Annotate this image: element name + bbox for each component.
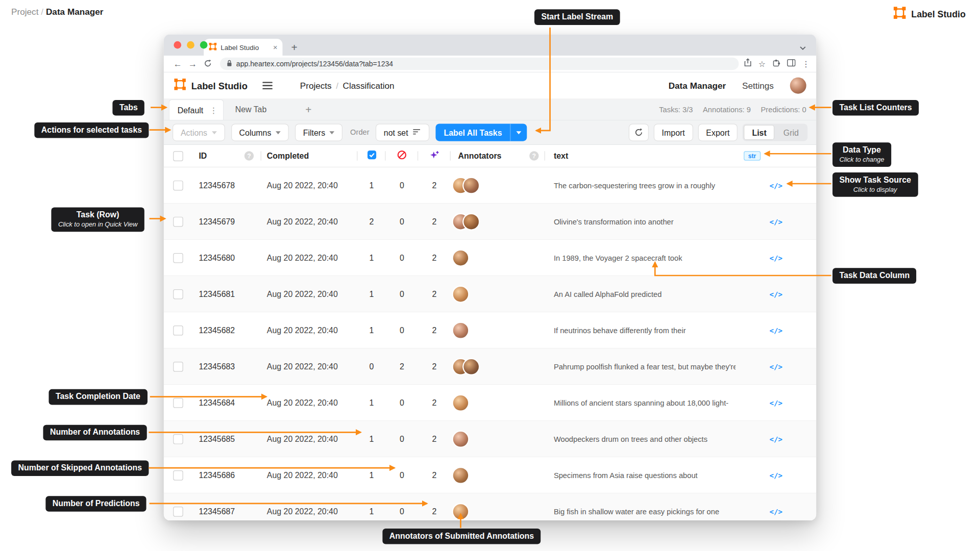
new-browser-tab-button[interactable]: + (291, 42, 298, 53)
annotations-column-icon[interactable] (366, 150, 377, 162)
row-checkbox[interactable] (173, 216, 183, 227)
data-type-badge[interactable]: str (744, 151, 761, 160)
show-source-icon[interactable]: </> (769, 362, 782, 371)
show-source-icon[interactable]: </> (769, 398, 782, 407)
source-cell: </> (736, 167, 816, 203)
annotators-help-icon[interactable]: ? (529, 151, 538, 160)
row-checkbox[interactable] (173, 397, 183, 408)
header-id-label[interactable]: ID (199, 151, 207, 160)
table-row[interactable]: 12345678Aug 20 2022, 20:40102The carbon-… (164, 167, 816, 204)
back-icon[interactable]: ← (170, 59, 185, 68)
tab-options-kebab-icon[interactable]: ⋮ (209, 105, 217, 114)
annotator-avatar[interactable] (453, 504, 468, 519)
refresh-button[interactable] (629, 123, 649, 141)
extensions-puzzle-icon[interactable] (772, 58, 780, 69)
table-row[interactable]: 12345686Aug 20 2022, 20:40102Specimens f… (164, 457, 816, 493)
header-annotators-label[interactable]: Annotators (458, 151, 502, 160)
row-checkbox[interactable] (173, 180, 183, 190)
share-icon[interactable] (744, 58, 752, 69)
annotator-avatar[interactable] (453, 250, 468, 265)
row-checkbox[interactable] (173, 361, 183, 371)
show-source-icon[interactable]: </> (769, 507, 782, 516)
columns-label: Columns (239, 128, 272, 137)
table-row[interactable]: 12345684Aug 20 2022, 20:40102Millions of… (164, 385, 816, 421)
table-header: ID ? Completed (164, 145, 816, 167)
predictions-count: 2 (418, 312, 451, 348)
annotator-avatar[interactable] (453, 395, 468, 410)
show-source-icon[interactable]: </> (769, 326, 782, 335)
callout-task-row: Task (Row)Click to open in Quick View (51, 208, 144, 232)
table-row[interactable]: 12345682Aug 20 2022, 20:40102If neutrino… (164, 312, 816, 348)
order-dropdown[interactable]: not set (376, 123, 429, 141)
show-source-icon[interactable]: </> (769, 435, 782, 443)
task-completed-date: Aug 20 2022, 20:40 (261, 204, 358, 239)
brand-name: Label Studio (911, 9, 966, 19)
select-all-checkbox[interactable] (173, 151, 183, 161)
filters-dropdown[interactable]: Filters (295, 123, 343, 141)
show-source-icon[interactable]: </> (769, 290, 782, 298)
annotations-count: 1 (357, 493, 385, 520)
table-row[interactable]: 12345685Aug 20 2022, 20:40102Woodpeckers… (164, 421, 816, 457)
row-checkbox[interactable] (173, 470, 183, 480)
view-list-button[interactable]: List (744, 125, 775, 140)
columns-dropdown[interactable]: Columns (231, 123, 289, 141)
bookmark-star-icon[interactable]: ☆ (758, 59, 766, 68)
label-all-tasks-chevron[interactable] (511, 123, 527, 141)
annotator-avatar[interactable] (464, 214, 479, 229)
show-source-icon[interactable]: </> (769, 471, 782, 480)
side-panel-icon[interactable] (787, 58, 796, 69)
tab-default[interactable]: Default ⋮ (169, 99, 224, 120)
export-button[interactable]: Export (698, 123, 738, 141)
app-logo-icon (174, 78, 186, 93)
label-all-tasks-button[interactable]: Label All Tasks (436, 123, 527, 141)
table-row[interactable]: 12345683Aug 20 2022, 20:40022Pahrump poo… (164, 348, 816, 385)
show-source-icon[interactable]: </> (769, 181, 782, 189)
annotator-avatar[interactable] (453, 468, 468, 483)
row-checkbox[interactable] (173, 434, 183, 444)
tab-search-chevron-icon[interactable] (799, 42, 806, 53)
show-source-icon[interactable]: </> (769, 217, 782, 226)
skipped-count: 0 (386, 457, 419, 493)
header-completed-label[interactable]: Completed (267, 151, 309, 160)
view-grid-button[interactable]: Grid (776, 125, 806, 140)
id-help-icon[interactable]: ? (244, 151, 254, 160)
user-avatar[interactable] (790, 78, 806, 94)
skipped-annotations-icon[interactable] (397, 150, 407, 162)
table-row[interactable]: 12345679Aug 20 2022, 20:40202Olivine's t… (164, 204, 816, 240)
project-name[interactable]: Classification (343, 81, 395, 91)
browser-tab[interactable]: Label Studio × (204, 39, 282, 56)
annotator-avatar[interactable] (464, 178, 479, 192)
reload-icon[interactable] (200, 59, 215, 68)
browser-menu-kebab-icon[interactable]: ⋮ (802, 59, 810, 68)
predictions-column-icon[interactable] (429, 150, 439, 162)
import-button[interactable]: Import (654, 123, 693, 141)
annotator-avatar[interactable] (453, 322, 468, 337)
row-checkbox[interactable] (173, 325, 183, 335)
close-window-button[interactable] (174, 41, 181, 49)
annotator-avatar[interactable] (453, 286, 468, 301)
maximize-window-button[interactable] (200, 41, 208, 49)
forward-icon[interactable]: → (185, 59, 200, 68)
row-checkbox[interactable] (173, 289, 183, 299)
callout-show-task-source: Show Task SourceClick to display (832, 172, 918, 196)
breadcrumb-section[interactable]: Project (11, 7, 38, 17)
actions-dropdown[interactable]: Actions (173, 123, 225, 141)
table-row[interactable]: 12345681Aug 20 2022, 20:40102An AI calle… (164, 276, 816, 312)
table-row[interactable]: 12345680Aug 20 2022, 20:40102In 1989, th… (164, 240, 816, 276)
tab-new[interactable]: New Tab (224, 99, 278, 120)
projects-link[interactable]: Projects (300, 81, 332, 91)
annotator-avatar[interactable] (464, 359, 479, 373)
nav-data-manager[interactable]: Data Manager (669, 81, 726, 91)
row-checkbox[interactable] (173, 506, 183, 516)
close-tab-icon[interactable]: × (273, 43, 278, 52)
header-text-label[interactable]: text (554, 151, 568, 160)
hamburger-menu-icon[interactable] (262, 82, 273, 89)
annotator-avatar[interactable] (453, 432, 468, 446)
minimize-window-button[interactable] (187, 41, 194, 49)
show-source-icon[interactable]: </> (769, 254, 782, 262)
address-bar[interactable]: app.heartex.com/projects/123456/data?tab… (220, 58, 739, 70)
nav-settings[interactable]: Settings (742, 81, 774, 91)
table-row[interactable]: 12345687Aug 20 2022, 20:40102Big fish in… (164, 493, 816, 520)
add-view-tab-button[interactable]: + (305, 99, 311, 120)
row-checkbox[interactable] (173, 253, 183, 263)
